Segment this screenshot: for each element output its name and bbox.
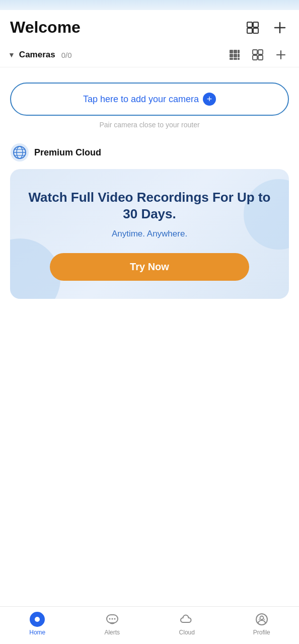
nav-label-cloud: Cloud (179, 629, 195, 636)
svg-point-28 (109, 618, 110, 620)
bottom-nav: Home Alerts Cloud (0, 606, 299, 644)
nav-item-cloud[interactable]: Cloud (169, 612, 204, 636)
svg-rect-2 (247, 28, 252, 33)
svg-point-32 (260, 616, 263, 620)
home-icon (30, 612, 45, 627)
svg-rect-12 (230, 58, 233, 60)
svg-rect-6 (230, 50, 233, 53)
nav-item-home[interactable]: Home (20, 612, 55, 636)
cameras-right (227, 47, 289, 63)
svg-rect-1 (253, 22, 258, 27)
svg-rect-13 (234, 58, 237, 60)
svg-rect-3 (253, 28, 258, 33)
svg-point-33 (259, 619, 260, 620)
cameras-label: Cameras (19, 50, 55, 60)
plus-icon (273, 21, 287, 35)
add-camera-button[interactable]: Tap here to add your camera + (10, 83, 289, 116)
svg-rect-18 (258, 55, 263, 60)
svg-point-30 (114, 618, 115, 620)
chevron-down-icon: ▼ (8, 51, 15, 59)
premium-label: Premium Cloud (34, 147, 101, 158)
grid-small-icon (229, 49, 241, 61)
svg-rect-16 (258, 50, 263, 54)
grid-icon (246, 21, 260, 35)
header-grid-button[interactable] (244, 19, 262, 37)
profile-icon (254, 612, 269, 627)
premium-section: Premium Cloud (10, 143, 289, 162)
nav-item-profile[interactable]: Profile (244, 612, 279, 636)
svg-rect-0 (247, 22, 252, 27)
svg-rect-14 (238, 58, 240, 60)
header: Welcome (0, 10, 299, 43)
add-camera-plus-icon: + (203, 93, 216, 106)
page-title: Welcome (10, 18, 81, 37)
nav-label-profile: Profile (253, 629, 270, 636)
cameras-plus-icon (275, 49, 287, 61)
header-add-button[interactable] (271, 19, 289, 37)
premium-cloud-icon (10, 143, 29, 162)
svg-rect-17 (253, 55, 257, 60)
svg-rect-10 (234, 54, 237, 57)
svg-rect-8 (238, 50, 240, 53)
card-title: Watch Full Video Recordings For Up to 30… (25, 189, 274, 222)
premium-card: Watch Full Video Recordings For Up to 30… (10, 169, 289, 299)
svg-point-34 (264, 619, 265, 620)
try-now-button[interactable]: Try Now (50, 253, 249, 281)
header-icons (244, 19, 289, 37)
status-bar (0, 0, 299, 10)
nav-item-alerts[interactable]: Alerts (95, 612, 130, 636)
svg-point-29 (111, 618, 113, 620)
svg-rect-15 (253, 50, 257, 54)
alerts-icon (105, 612, 120, 627)
svg-rect-11 (238, 54, 240, 57)
nav-label-alerts: Alerts (104, 629, 120, 636)
svg-rect-7 (234, 50, 237, 53)
cameras-row: ▼ Cameras 0/0 (0, 43, 299, 67)
card-subtitle: Anytime. Anywhere. (25, 229, 274, 239)
cameras-grid-icon (252, 49, 264, 61)
cameras-grid-button[interactable] (250, 47, 266, 63)
cameras-left: ▼ Cameras 0/0 (8, 50, 72, 60)
add-camera-label: Tap here to add your camera (83, 94, 199, 105)
cloud-icon (179, 612, 194, 627)
pair-hint: Pair camera close to your router (10, 121, 289, 129)
svg-rect-9 (230, 54, 233, 57)
cameras-count: 0/0 (61, 51, 72, 59)
cameras-grid-small-button[interactable] (227, 47, 243, 63)
main-content: Tap here to add your camera + Pair camer… (0, 67, 299, 606)
cameras-add-button[interactable] (273, 47, 289, 63)
nav-label-home: Home (29, 629, 45, 636)
